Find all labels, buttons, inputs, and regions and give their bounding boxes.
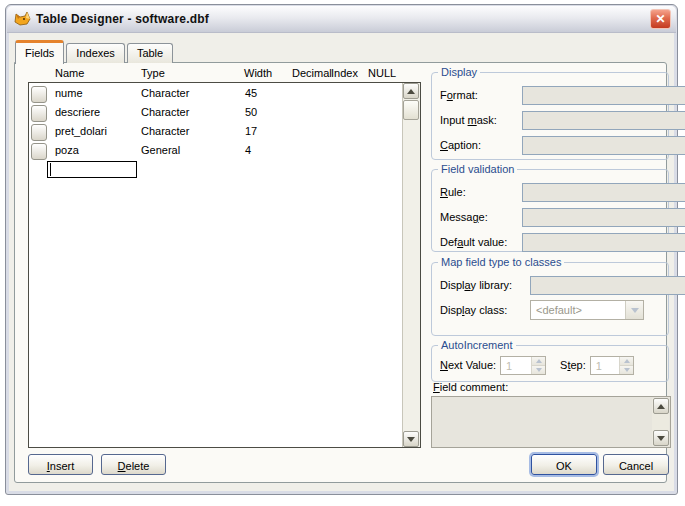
caption-input <box>522 136 685 155</box>
next-value-spinner: 1 <box>500 356 546 375</box>
rule-row: Rule: ... <box>440 182 660 202</box>
close-button[interactable]: ✕ <box>650 9 671 29</box>
window-title: Table Designer - software.dbf <box>36 12 650 26</box>
display-group-title: Display <box>438 66 480 78</box>
spinner-up-button <box>532 357 545 366</box>
cell-type[interactable]: General <box>141 144 180 156</box>
spinner-up-button <box>620 357 632 366</box>
cell-name[interactable]: nume <box>55 87 83 99</box>
cell-width[interactable]: 17 <box>245 125 257 137</box>
message-input <box>522 208 685 227</box>
display-class-row: Display class: <default> <box>440 300 660 320</box>
cell-type[interactable]: Character <box>141 106 189 118</box>
foxpro-icon <box>14 11 32 27</box>
cancel-button[interactable]: Cancel <box>603 454 669 475</box>
column-header-index: Index <box>331 67 358 79</box>
text-caret <box>50 163 51 176</box>
step-field: 1 <box>591 357 620 374</box>
table-row[interactable]: nume Character 45 <box>29 85 403 104</box>
display-group: Display Format: Input mask: Caption: ... <box>431 72 669 160</box>
cell-width[interactable]: 4 <box>245 144 251 156</box>
dropdown-arrow-button <box>625 301 643 319</box>
comment-scrollbar <box>652 398 669 446</box>
grid-vertical-scrollbar[interactable] <box>402 83 420 447</box>
rule-label: Rule: <box>440 186 522 198</box>
display-class-label: Display class: <box>440 304 530 316</box>
cell-type[interactable]: Character <box>141 87 189 99</box>
arrow-up-icon <box>407 89 415 94</box>
delete-button[interactable]: Delete <box>101 454 166 475</box>
display-library-input <box>530 276 685 295</box>
ok-button[interactable]: OK <box>531 454 597 475</box>
format-label: Format: <box>440 89 522 101</box>
spinner-buttons <box>619 357 632 374</box>
column-header-name: Name <box>55 67 84 79</box>
spinner-down-button <box>620 366 632 374</box>
scroll-down-button[interactable] <box>403 431 419 447</box>
arrow-down-icon <box>407 437 415 442</box>
table-designer-window: Table Designer - software.dbf ✕ Fields I… <box>5 4 678 495</box>
scroll-down-button <box>653 430 669 446</box>
input-mask-label: Input mask: <box>440 114 522 126</box>
default-value-label: Default value: <box>440 236 522 248</box>
default-value-input <box>522 233 685 252</box>
row-handle[interactable] <box>31 105 47 122</box>
tab-table[interactable]: Table <box>127 43 173 63</box>
display-class-dropdown: <default> <box>530 300 644 320</box>
message-row: Message: ... <box>440 207 660 227</box>
tab-fields[interactable]: Fields <box>15 40 64 64</box>
map-field-type-group-title: Map field type to classes <box>438 256 564 268</box>
step-label: Step: <box>560 359 586 371</box>
display-library-row: Display library: ... <box>440 275 660 295</box>
input-mask-row: Input mask: <box>440 110 660 130</box>
row-handle[interactable] <box>31 124 47 141</box>
map-field-type-group: Map field type to classes Display librar… <box>431 262 669 336</box>
input-mask-input <box>522 111 685 130</box>
arrow-down-icon <box>536 368 542 372</box>
tab-indexes[interactable]: Indexes <box>66 43 125 63</box>
field-validation-group-title: Field validation <box>438 163 517 175</box>
scroll-up-button[interactable] <box>403 83 419 99</box>
field-comment-textarea <box>431 396 671 448</box>
next-value-field: 1 <box>501 357 531 374</box>
spinner-buttons <box>531 357 545 374</box>
message-label: Message: <box>440 211 522 223</box>
arrow-up-icon <box>624 359 630 363</box>
fields-tab-page: Name Type Width Decimal Index NULL nume … <box>14 62 667 483</box>
scrollbar-thumb[interactable] <box>403 100 419 120</box>
rule-input <box>522 183 685 202</box>
cell-width[interactable]: 45 <box>245 87 257 99</box>
chevron-down-icon <box>631 308 639 313</box>
display-class-value: <default> <box>531 301 625 319</box>
cell-type[interactable]: Character <box>141 125 189 137</box>
title-bar[interactable]: Table Designer - software.dbf ✕ <box>7 6 676 33</box>
cell-name[interactable]: poza <box>55 144 79 156</box>
autoincrement-group: AutoIncrement Next Value: 1 Step: 1 <box>431 345 669 382</box>
column-header-type: Type <box>141 67 165 79</box>
column-header-decimal: Decimal <box>292 67 332 79</box>
field-comment-label: Field comment: <box>433 381 508 393</box>
cell-name[interactable]: pret_dolari <box>55 125 107 137</box>
next-value-label: Next Value: <box>440 359 496 371</box>
autoincrement-group-title: AutoIncrement <box>438 339 516 351</box>
row-handle[interactable] <box>31 86 47 103</box>
tab-strip: Fields Indexes Table <box>15 38 175 63</box>
insert-button[interactable]: Insert <box>28 454 93 475</box>
default-value-row: Default value: ... <box>440 232 660 252</box>
arrow-down-icon <box>624 368 630 372</box>
table-row[interactable]: poza General 4 <box>29 142 403 161</box>
table-row[interactable]: descriere Character 50 <box>29 104 403 123</box>
arrow-up-icon <box>657 404 665 409</box>
format-input <box>522 86 685 105</box>
cell-name[interactable]: descriere <box>55 106 100 118</box>
autoincrement-row: Next Value: 1 Step: 1 <box>440 355 660 375</box>
new-field-name-input[interactable] <box>47 161 137 178</box>
display-library-label: Display library: <box>440 279 530 291</box>
fields-grid: nume Character 45 descriere Character 50… <box>28 82 421 448</box>
spinner-down-button <box>532 366 545 374</box>
column-header-null: NULL <box>368 67 396 79</box>
table-row[interactable]: pret_dolari Character 17 <box>29 123 403 142</box>
caption-row: Caption: ... <box>440 135 660 155</box>
cell-width[interactable]: 50 <box>245 106 257 118</box>
row-handle[interactable] <box>31 143 47 160</box>
